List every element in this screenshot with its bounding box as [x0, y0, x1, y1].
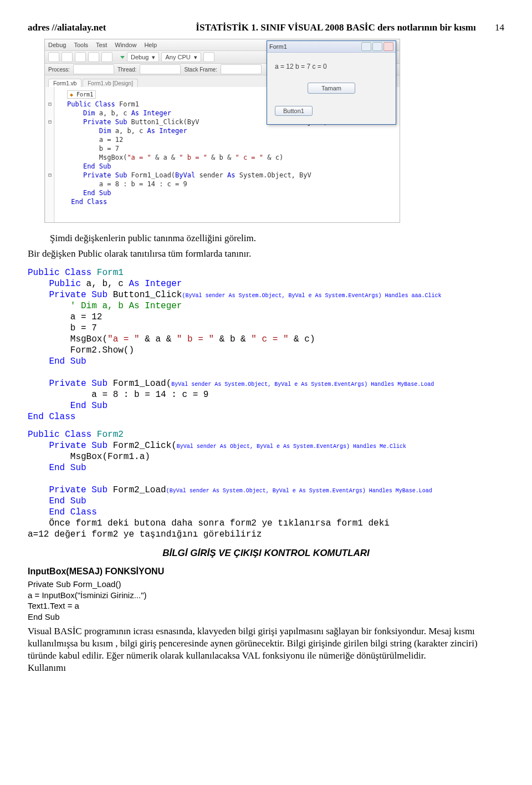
menu-item[interactable]: Tools	[74, 42, 88, 48]
intro-line-2: Bir değişken Public olarak tanıtılırsa t…	[28, 248, 504, 259]
menu-item[interactable]: Window	[115, 42, 136, 48]
header-right: İSTATİSTİK 1. SINIF VİSUAL 2008 BASİC de…	[196, 22, 504, 33]
form-title: Form1	[269, 43, 287, 50]
bottom-paragraph: Visual BASİC programının icrası esnasınd…	[28, 625, 504, 662]
tab-form1vb[interactable]: Form1.vb	[48, 79, 81, 88]
ok-button[interactable]: Tamam	[308, 83, 355, 94]
nav-dropdown[interactable]: ◆ Form1	[67, 90, 96, 99]
process-dropdown[interactable]	[73, 64, 114, 74]
menu-item[interactable]: Debug	[48, 42, 66, 48]
inputbox-heading: InputBox(MESAJ) FONKSİYONU	[28, 567, 504, 577]
code-block-form1: Public Class Form1 Public a, b, c As Int…	[28, 267, 504, 422]
menu-item[interactable]: Test	[96, 42, 107, 48]
page-header: adres //aliatalay.net İSTATİSTİK 1. SINI…	[28, 22, 504, 33]
code-block-form2: Public Class Form2 Private Sub Form2_Cli…	[28, 429, 504, 540]
run-icon[interactable]	[120, 56, 125, 59]
toolbar-btn-icon[interactable]	[48, 52, 59, 62]
cpu-dropdown[interactable]: Any CPU▾	[161, 52, 201, 62]
ide-screenshot: Debug Tools Test Window Help Debug▾ Any …	[44, 39, 400, 223]
header-left: adres //aliatalay.net	[28, 22, 106, 33]
toolbar-btn-icon[interactable]	[75, 52, 86, 62]
button1[interactable]: Button1	[275, 106, 313, 116]
toolbar-btn-icon[interactable]	[203, 52, 214, 62]
inputbox-code: Private Sub Form_Load() a = InputBox("İs…	[28, 579, 504, 622]
config-dropdown[interactable]: Debug▾	[127, 52, 159, 62]
form-label: a = 12 b = 7 c = 0	[275, 63, 388, 70]
form-window: Form1 a = 12 b = 7 c = 0 Tamam Button1	[267, 40, 396, 125]
maximize-icon[interactable]	[372, 42, 382, 51]
toolbar-btn-icon[interactable]	[101, 52, 112, 62]
stack-dropdown[interactable]	[221, 64, 262, 74]
form-titlebar[interactable]: Form1	[267, 41, 396, 53]
minimize-icon[interactable]	[361, 42, 371, 51]
thread-dropdown[interactable]	[140, 64, 181, 74]
bottom-last: Kullanımı	[28, 662, 504, 674]
menu-item[interactable]: Help	[144, 42, 157, 48]
process-label: Process:	[48, 67, 70, 73]
intro-line-1: Şimdi değişkenlerin public tanınma özell…	[50, 233, 504, 244]
toolbar-btn-icon[interactable]	[88, 52, 99, 62]
close-icon[interactable]	[383, 42, 393, 51]
tab-form1-design[interactable]: Form1.vb [Design]	[83, 79, 138, 88]
thread-label: Thread:	[117, 67, 136, 73]
toolbar-btn-icon[interactable]	[62, 52, 73, 62]
section-heading: BİLGİ GİRİŞ VE ÇIKIŞI KONTROL KOMUTLARI	[28, 548, 504, 559]
stack-label: Stack Frame:	[184, 67, 217, 73]
page-number: 14	[495, 22, 504, 33]
